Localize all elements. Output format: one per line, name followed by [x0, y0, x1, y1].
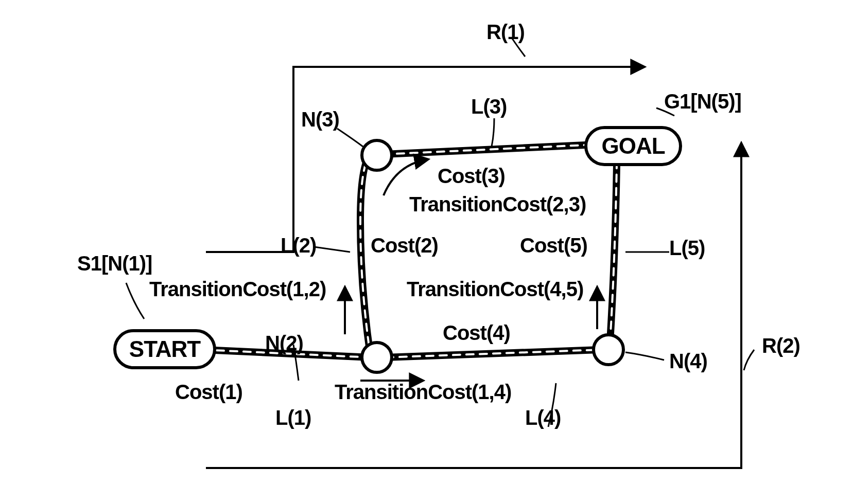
- label-r1: R(1): [486, 21, 525, 44]
- label-l1: L(1): [275, 406, 311, 429]
- label-cost1: Cost(1): [175, 381, 242, 404]
- label-l4: L(4): [525, 406, 561, 429]
- node-n4: [592, 333, 625, 366]
- label-tc45: TransitionCost(4,5): [407, 278, 583, 301]
- label-cost4: Cost(4): [443, 321, 510, 345]
- node-n2: [360, 341, 393, 374]
- label-g1: G1[N(5)]: [664, 90, 741, 113]
- label-cost3: Cost(3): [438, 165, 505, 188]
- label-s1: S1[N(1)]: [77, 252, 152, 275]
- label-tc14: TransitionCost(1,4): [335, 381, 511, 404]
- node-n3: [360, 139, 393, 172]
- label-r2: R(2): [762, 334, 800, 357]
- label-l3: L(3): [471, 95, 507, 118]
- label-n3: N(3): [301, 108, 339, 131]
- label-cost5: Cost(5): [520, 234, 587, 257]
- label-l5: L(5): [669, 237, 705, 260]
- label-l2: L(2): [281, 234, 316, 257]
- label-n4: N(4): [669, 350, 707, 373]
- label-n2: N(2): [265, 332, 303, 355]
- goal-node: GOAL: [584, 126, 682, 166]
- label-cost2: Cost(2): [371, 234, 438, 257]
- label-tc23: TransitionCost(2,3): [409, 193, 586, 216]
- label-tc12: TransitionCost(1,2): [149, 278, 326, 301]
- start-node: START: [113, 329, 216, 369]
